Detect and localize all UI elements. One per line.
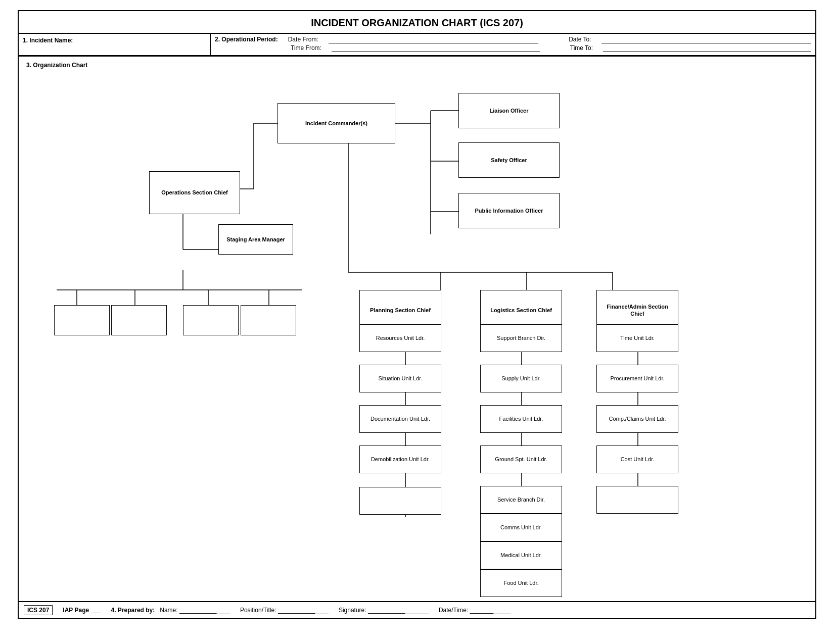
service-branch-dir-box: Service Branch Dir. [480,486,562,514]
footer-ics: ICS 207 [24,605,53,615]
date-from-label: Date From: [288,36,318,43]
page-title: INCIDENT ORGANIZATION CHART (ICS 207) [19,11,815,33]
time-to-label: Time To: [570,44,593,52]
org-chart: Incident Commander(s) Liaison Officer Sa… [26,73,808,588]
page-container: INCIDENT ORGANIZATION CHART (ICS 207) 1.… [18,10,816,619]
ground-spt-unit-ldr-box: Ground Spt. Unit Ldr. [480,445,562,473]
resources-unit-ldr-box: Resources Unit Ldr. [359,324,441,352]
footer-signature-field: Signature: ___________ [339,607,429,614]
operations-section-chief-box: Operations Section Chief [149,171,240,214]
footer-datetime-value: _______ [470,607,511,614]
time-unit-ldr-box: Time Unit Ldr. [596,324,678,352]
op-row-2: Time From: Time To: [215,44,811,52]
situation-unit-ldr-box: Situation Unit Ldr. [359,365,441,392]
liaison-officer-box: Liaison Officer [458,93,560,128]
time-to-value [603,44,811,52]
incident-name-field: 1. Incident Name: [19,34,211,55]
header-row: 1. Incident Name: 2. Operational Period:… [19,33,815,56]
ops-sub-box-4 [241,305,296,335]
public-information-officer-box: Public Information Officer [458,193,560,228]
documentation-unit-ldr-box: Documentation Unit Ldr. [359,405,441,433]
finance-empty-box [596,486,678,514]
date-to-label: Date To: [569,36,591,43]
incident-commander-box: Incident Commander(s) [277,103,395,143]
ops-sub-box-2 [111,305,167,335]
footer-position-value: ___________ [278,607,329,614]
ops-sub-box-3 [183,305,239,335]
footer-datetime-field: Date/Time: _______ [439,607,511,614]
supply-unit-ldr-box: Supply Unit Ldr. [480,365,562,392]
support-branch-dir-box: Support Branch Dir. [480,324,562,352]
date-to-value [601,36,811,43]
comms-unit-ldr-box: Comms Unit Ldr. [480,514,562,541]
op-label: 2. Operational Period: [215,36,278,43]
safety-officer-box: Safety Officer [458,142,560,178]
op-row-1: 2. Operational Period: Date From: Date T… [215,36,811,43]
demobilization-unit-ldr-box: Demobilization Unit Ldr. [359,445,441,473]
footer-position-field: Position/Title: ___________ [240,607,329,614]
facilities-unit-ldr-box: Facilities Unit Ldr. [480,405,562,433]
footer-prepared-by-label: 4. Prepared by: Name: ___________ [111,607,230,614]
footer-name-value: ___________ [179,607,230,614]
food-unit-ldr-box: Food Unit Ldr. [480,569,562,597]
comp-claims-unit-ldr-box: Comp./Claims Unit Ldr. [596,405,678,433]
operational-period-field: 2. Operational Period: Date From: Date T… [211,34,815,55]
incident-label: 1. Incident Name: [23,37,73,44]
staging-area-manager-box: Staging Area Manager [218,224,293,255]
medical-unit-ldr-box: Medical Unit Ldr. [480,541,562,569]
procurement-unit-ldr-box: Procurement Unit Ldr. [596,365,678,392]
cost-unit-ldr-box: Cost Unit Ldr. [596,445,678,473]
chart-section-label: 3. Organization Chart [26,62,808,69]
time-from-value [332,44,540,52]
chart-section: 3. Organization Chart [19,56,815,601]
time-from-label: Time From: [291,44,321,52]
footer-iap-page: IAP Page ___ [63,607,101,614]
date-from-value [329,36,538,43]
footer-signature-value: ___________ [368,607,429,614]
ops-sub-box-1 [54,305,110,335]
footer-row: ICS 207 IAP Page ___ 4. Prepared by: Nam… [19,601,815,618]
planning-empty-box [359,487,441,515]
